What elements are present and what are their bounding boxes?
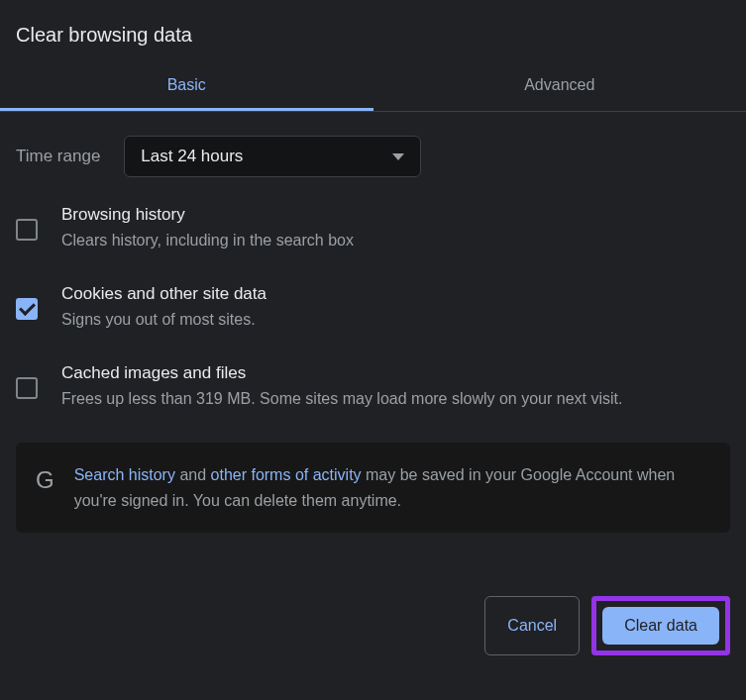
option-text: Cookies and other site data Signs you ou… bbox=[61, 284, 730, 332]
checkbox-browsing-history[interactable] bbox=[16, 219, 38, 241]
checkbox-cookies[interactable] bbox=[16, 298, 38, 320]
option-title: Cached images and files bbox=[61, 363, 730, 383]
clear-data-button[interactable]: Clear data bbox=[602, 607, 719, 645]
option-text: Cached images and files Frees up less th… bbox=[61, 363, 730, 411]
option-text: Browsing history Clears history, includi… bbox=[61, 205, 730, 252]
option-desc: Frees up less than 319 MB. Some sites ma… bbox=[61, 387, 730, 411]
option-desc: Signs you out of most sites. bbox=[61, 308, 730, 332]
dialog-actions: Cancel Clear data bbox=[0, 568, 746, 671]
other-activity-link[interactable]: other forms of activity bbox=[211, 466, 362, 483]
chevron-down-icon bbox=[392, 153, 404, 160]
highlight-annotation: Clear data bbox=[591, 596, 730, 655]
dialog-title: Clear browsing data bbox=[0, 16, 746, 62]
dialog-content: Time range Last 24 hours Browsing histor… bbox=[0, 112, 746, 549]
google-account-notice: G Search history and other forms of acti… bbox=[16, 443, 730, 533]
notice-mid: and bbox=[175, 466, 211, 483]
time-range-row: Time range Last 24 hours bbox=[16, 136, 730, 177]
cancel-button[interactable]: Cancel bbox=[484, 596, 580, 655]
tabs: Basic Advanced bbox=[0, 62, 746, 112]
option-cookies: Cookies and other site data Signs you ou… bbox=[16, 284, 730, 332]
option-title: Browsing history bbox=[61, 205, 730, 225]
option-desc: Clears history, including in the search … bbox=[61, 229, 730, 252]
time-range-select[interactable]: Last 24 hours bbox=[124, 136, 421, 177]
search-history-link[interactable]: Search history bbox=[74, 466, 175, 483]
google-icon: G bbox=[36, 466, 54, 494]
time-range-label: Time range bbox=[16, 147, 100, 166]
notice-text: Search history and other forms of activi… bbox=[74, 462, 710, 513]
clear-browsing-data-dialog: Clear browsing data Basic Advanced Time … bbox=[0, 0, 746, 671]
tab-basic[interactable]: Basic bbox=[0, 62, 373, 111]
option-cached: Cached images and files Frees up less th… bbox=[16, 363, 730, 411]
checkbox-cached[interactable] bbox=[16, 377, 38, 399]
option-browsing-history: Browsing history Clears history, includi… bbox=[16, 205, 730, 252]
tab-advanced[interactable]: Advanced bbox=[373, 62, 747, 111]
time-range-value: Last 24 hours bbox=[141, 147, 243, 166]
option-title: Cookies and other site data bbox=[61, 284, 730, 304]
